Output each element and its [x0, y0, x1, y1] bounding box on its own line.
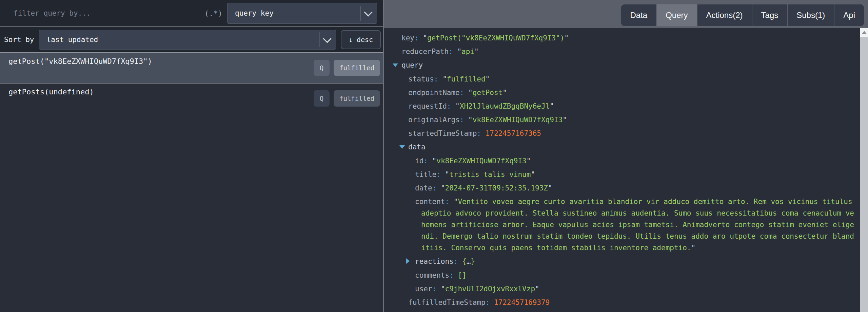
sort-select[interactable]: last updated: [39, 30, 336, 50]
query-list-item[interactable]: getPosts(undefined)Qfulfilled: [0, 84, 383, 113]
filter-query-input[interactable]: [0, 0, 203, 26]
query-key-select[interactable]: query key: [227, 3, 377, 24]
tree-key: status: [408, 75, 434, 83]
tree-value: "vk8EeZXWHIQuWD7fXq9I3": [432, 157, 531, 165]
tree-key[interactable]: query: [401, 61, 423, 69]
colon: :: [432, 184, 441, 192]
tree-key: comments: [415, 271, 449, 279]
tree-row: title: "tristis talis vinum": [384, 168, 856, 181]
quote-mark: ": [455, 102, 460, 110]
arrow-down-icon: ↓: [349, 36, 353, 44]
query-type-badge: Q: [314, 60, 330, 76]
tree-row: date: "2024-07-31T09:52:35.193Z": [384, 181, 856, 195]
query-badges: Qfulfilled: [314, 84, 380, 113]
tree-value: "getPost": [468, 89, 507, 97]
string-value: api: [461, 48, 474, 56]
tree-row: fulfilledTimeStamp: 1722457169379: [384, 296, 856, 309]
string-value: 2024-07-31T09:52:35.193Z: [445, 184, 548, 192]
query-type-badge: Q: [314, 90, 330, 107]
tree-value: {…}: [462, 257, 475, 265]
tree-row: startedTimeStamp: 1722457167365: [384, 127, 856, 140]
quote-mark: ": [441, 184, 445, 192]
tree-row[interactable]: query: [384, 58, 856, 72]
tree-row: status: "fulfilled": [384, 72, 856, 86]
tree-key: id: [415, 157, 423, 165]
quote-mark: ": [564, 34, 569, 42]
sort-order-button[interactable]: ↓ desc: [341, 30, 381, 49]
query-key-select-value: query key: [228, 9, 360, 17]
colon: :: [449, 48, 457, 56]
tree-key: reducerPath: [401, 48, 449, 56]
tree-key: content: [415, 198, 445, 206]
right-panel: DataQueryActions(2)TagsSubs(1)Api key: "…: [384, 0, 868, 312]
colon: :: [436, 170, 445, 179]
select-divider: [319, 32, 319, 47]
tree-value: "api": [457, 48, 478, 56]
tab-tags[interactable]: Tags: [752, 4, 787, 26]
tree-value: "2024-07-31T09:52:35.193Z": [441, 184, 552, 192]
string-value: c9jhvUlI2dOjxvRxxlVzp: [445, 285, 535, 293]
tree-value: []: [458, 271, 466, 279]
string-value: XH2lJlauwdZBgqBNy6eJl: [460, 102, 550, 110]
string-value: getPost: [473, 89, 503, 97]
query-status-badge: fulfilled: [334, 90, 380, 107]
tree-key: endpointName: [408, 89, 460, 97]
scroll-up-icon: [862, 31, 867, 34]
string-value: vk8EeZXWHIQuWD7fXq9I3: [436, 157, 527, 165]
sort-bar: Sort by last updated ↓ desc: [0, 27, 383, 53]
query-badges: Qfulfilled: [314, 53, 380, 83]
colon: :: [423, 157, 432, 165]
tree-row: originalArgs: "vk8EeZXWHIQuWD7fXq9I3": [384, 113, 856, 127]
quote-mark: ": [468, 89, 473, 97]
scroll-up-button[interactable]: [860, 28, 868, 37]
tree-key[interactable]: data: [408, 143, 426, 151]
expand-arrow-icon[interactable]: [406, 256, 415, 268]
tab-subs1[interactable]: Subs(1): [787, 4, 834, 26]
string-value: getPost("vk8EeZXWHIQuWD7fXq9I3"): [427, 34, 565, 42]
tab-api[interactable]: Api: [834, 4, 864, 26]
tree-value: "c9jhvUlI2dOjxvRxxlVzp": [441, 285, 539, 293]
colon: :: [486, 298, 494, 307]
quote-mark: ": [474, 48, 479, 56]
query-list-item[interactable]: getPost("vk8EeZXWHIQuWD7fXq9I3")Qfulfill…: [0, 53, 383, 84]
quote-mark: ": [441, 285, 445, 293]
scrollbar-thumb[interactable]: [860, 37, 868, 312]
regex-toggle[interactable]: (.*): [204, 9, 222, 18]
quote-mark: ": [486, 75, 490, 83]
tree-row: comments: []: [384, 269, 856, 282]
colon: :: [449, 271, 458, 279]
json-tree: key: "getPost("vk8EeZXWHIQuWD7fXq9I3")"r…: [384, 28, 868, 312]
chevron-down-icon: [323, 34, 331, 43]
tree-key: fulfilledTimeStamp: [408, 298, 486, 307]
scrollbar[interactable]: [860, 28, 868, 312]
tab-actions2[interactable]: Actions(2): [697, 4, 752, 26]
tree-row[interactable]: reactions: {…}: [384, 255, 856, 269]
colon: :: [460, 116, 468, 124]
filter-bar: (.*) query key: [0, 0, 383, 27]
tree-row: user: "c9jhvUlI2dOjxvRxxlVzp": [384, 282, 856, 296]
quote-mark: ": [691, 244, 696, 252]
query-list: getPost("vk8EeZXWHIQuWD7fXq9I3")Qfulfill…: [0, 53, 383, 312]
string-value: Ventito voveo aegre curto avaritia bland…: [421, 198, 854, 252]
query-status-badge: fulfilled: [334, 60, 380, 76]
collapse-arrow-icon[interactable]: [393, 60, 401, 71]
sort-select-value: last updated: [39, 36, 319, 44]
quote-mark: ": [563, 116, 567, 124]
colon: :: [460, 89, 468, 97]
tree-key: startedTimeStamp: [408, 129, 477, 137]
collapse-arrow-icon[interactable]: [399, 142, 408, 153]
quote-mark: ": [535, 285, 539, 293]
tab-data[interactable]: Data: [621, 4, 656, 26]
tree-row: reducerPath: "api": [384, 45, 856, 58]
tree-value: 1722457167365: [486, 129, 541, 137]
tree-key: date: [415, 184, 432, 192]
tab-query[interactable]: Query: [656, 4, 696, 26]
tree-row[interactable]: data: [384, 140, 856, 154]
string-value: tristis talis vinum: [449, 170, 531, 179]
tab-group: DataQueryActions(2)TagsSubs(1)Api: [621, 4, 864, 26]
tree-value: 1722457169379: [494, 298, 550, 307]
tree-key[interactable]: reactions: [415, 257, 454, 265]
rtk-query-devtools: (.*) query key Sort by last updated ↓ de…: [0, 0, 868, 312]
chevron-down-icon: [364, 8, 372, 16]
quote-mark: ": [531, 170, 535, 179]
